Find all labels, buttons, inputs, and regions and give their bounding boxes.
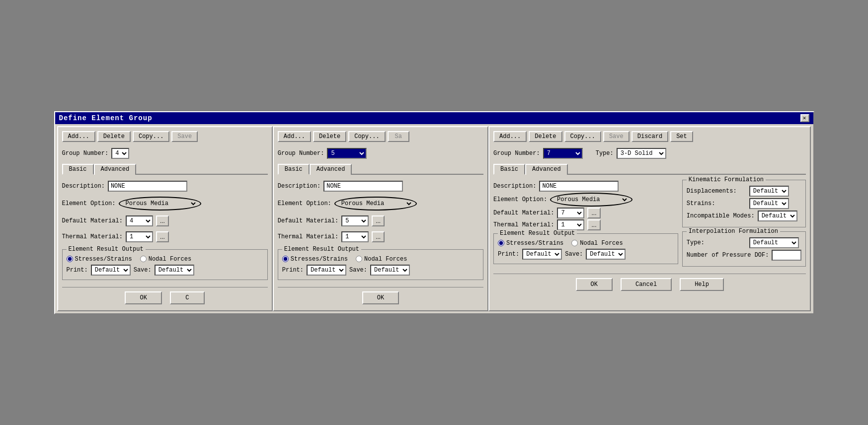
element-option-select-3[interactable]: Porous Media <box>554 194 629 206</box>
default-material-ellipsis-3[interactable]: ... <box>587 208 600 218</box>
element-option-select-1[interactable]: Porous Media <box>123 198 197 210</box>
tab-advanced-3[interactable]: Advanced <box>525 164 568 175</box>
thermal-material-select-1[interactable]: 1 <box>126 231 153 242</box>
nodal-radio-3[interactable] <box>571 240 578 246</box>
result-output-title-1: Element Result Output <box>67 246 146 253</box>
print-save-row-1: Print: Default Save: Default <box>67 265 263 276</box>
ok-button-3[interactable]: OK <box>576 278 613 291</box>
thermal-material-ellipsis-3[interactable]: ... <box>587 219 600 230</box>
default-material-select-3[interactable]: 7 <box>557 208 584 218</box>
group-number-row-2: Group Number: 5 <box>278 148 483 159</box>
add-button-1[interactable]: Add... <box>62 131 95 142</box>
tab-basic-1[interactable]: Basic <box>62 164 94 175</box>
bottom-buttons-3: OK Cancel Help <box>493 274 806 293</box>
help-button-3[interactable]: Help <box>680 278 724 291</box>
print-select-2[interactable]: Default <box>307 265 346 276</box>
tab-basic-2[interactable]: Basic <box>278 164 310 175</box>
tab-basic-3[interactable]: Basic <box>493 164 525 175</box>
interpolation-title: Interpolation Formulation <box>687 228 780 235</box>
displacements-select[interactable]: Default <box>749 186 789 197</box>
thermal-material-ellipsis-1[interactable]: ... <box>156 231 169 242</box>
description-input-3[interactable] <box>539 181 619 192</box>
default-material-label-1: Default Material: <box>62 217 123 224</box>
group-number-select-2[interactable]: 5 <box>327 148 367 159</box>
thermal-material-row-2: Thermal Material: 1 ... <box>278 231 483 242</box>
ok-button-1[interactable]: OK <box>125 291 161 304</box>
print-label-2: Print: <box>282 267 304 274</box>
default-material-ellipsis-1[interactable]: ... <box>156 215 169 226</box>
nodal-radio-label-3[interactable]: Nodal Forces <box>571 240 623 247</box>
stresses-radio-label-1[interactable]: Stresses/Strains <box>67 256 132 263</box>
type-select-3[interactable]: 3-D Solid <box>617 148 666 159</box>
discard-button-3[interactable]: Discard <box>631 131 668 142</box>
stresses-radio-3[interactable] <box>498 240 504 246</box>
default-material-ellipsis-2[interactable]: ... <box>372 215 385 226</box>
description-input-1[interactable] <box>108 181 187 192</box>
print-label-1: Print: <box>67 267 88 274</box>
thermal-material-label-2: Thermal Material: <box>278 233 338 240</box>
group-number-select-3[interactable]: 7 <box>543 148 583 159</box>
print-select-1[interactable]: Default <box>91 265 131 276</box>
group-number-select-1[interactable]: 4 <box>111 148 129 159</box>
bottom-buttons-2: OK <box>278 287 483 306</box>
copy-button-2[interactable]: Copy... <box>348 131 385 142</box>
print-save-row-2: Print: Default Save: Default <box>282 265 479 276</box>
displacements-row: Displacements: Default <box>687 186 802 197</box>
thermal-material-ellipsis-2[interactable]: ... <box>372 231 385 242</box>
element-option-label-1: Element Option: <box>62 200 116 207</box>
strains-label: Strains: <box>687 200 746 207</box>
default-material-select-1[interactable]: 4 <box>126 215 153 226</box>
description-row-2: Description: <box>278 181 483 192</box>
interp-type-select[interactable]: Default <box>749 237 799 248</box>
incompatible-select[interactable]: Default <box>758 211 797 221</box>
save-select-3[interactable]: Default <box>586 249 626 260</box>
thermal-material-select-3[interactable]: 1 <box>557 219 584 230</box>
delete-button-2[interactable]: Delete <box>313 131 346 142</box>
delete-button-1[interactable]: Delete <box>97 131 131 142</box>
save-button-3: Save <box>603 131 630 142</box>
nodal-radio-label-2[interactable]: Nodal Forces <box>356 256 407 263</box>
description-label-2: Description: <box>278 183 320 190</box>
cancel-button-3[interactable]: Cancel <box>621 278 672 291</box>
copy-button-1[interactable]: Copy... <box>133 131 169 142</box>
save-button-1: Save <box>171 131 198 142</box>
pressure-dof-input[interactable] <box>772 250 801 261</box>
cancel-button-1[interactable]: C <box>170 291 205 304</box>
default-material-row-1: Default Material: 4 ... <box>62 215 268 226</box>
type-label-3: Type: <box>596 150 614 157</box>
stresses-radio-label-2[interactable]: Stresses/Strains <box>282 256 348 263</box>
save-select-2[interactable]: Default <box>370 265 410 276</box>
description-label-3: Description: <box>493 183 536 190</box>
result-output-group-3: Element Result Output Stresses/Strains N… <box>493 233 678 264</box>
print-select-3[interactable]: Default <box>522 249 562 260</box>
tab-advanced-2[interactable]: Advanced <box>310 164 352 175</box>
stresses-radio-label-3[interactable]: Stresses/Strains <box>498 240 563 247</box>
save-select-1[interactable]: Default <box>155 265 194 276</box>
add-button-2[interactable]: Add... <box>278 131 311 142</box>
nodal-radio-1[interactable] <box>140 256 147 262</box>
stresses-radio-1[interactable] <box>67 256 73 262</box>
tab-advanced-1[interactable]: Advanced <box>94 164 137 175</box>
dialog-3-panels: Description: Element Option: Porous Medi… <box>493 180 806 267</box>
delete-button-3[interactable]: Delete <box>529 131 562 142</box>
add-button-3[interactable]: Add... <box>493 131 527 142</box>
nodal-radio-label-1[interactable]: Nodal Forces <box>140 256 191 263</box>
set-button-3[interactable]: Set <box>670 131 693 142</box>
group-number-row-3: Group Number: 7 Type: 3-D Solid <box>493 148 806 159</box>
description-input-2[interactable] <box>323 181 403 192</box>
default-material-row-3: Default Material: 7 ... <box>493 208 678 218</box>
result-output-title-3: Element Result Output <box>498 230 577 237</box>
default-material-select-2[interactable]: 5 <box>341 215 369 226</box>
element-option-row-1: Element Option: Porous Media <box>62 197 268 211</box>
interpolation-box: Interpolation Formulation Type: Default … <box>682 231 806 267</box>
element-option-select-2[interactable]: Porous Media <box>338 198 413 210</box>
ok-button-2[interactable]: OK <box>362 291 399 304</box>
outer-title: Define Element Group <box>59 114 153 122</box>
nodal-radio-2[interactable] <box>356 256 362 262</box>
thermal-material-select-2[interactable]: 1 <box>341 231 369 242</box>
thermal-material-label-3: Thermal Material: <box>493 221 554 228</box>
stresses-radio-2[interactable] <box>282 256 289 262</box>
copy-button-3[interactable]: Copy... <box>564 131 601 142</box>
strains-select[interactable]: Default <box>749 198 789 209</box>
close-button[interactable]: ✕ <box>800 114 809 122</box>
